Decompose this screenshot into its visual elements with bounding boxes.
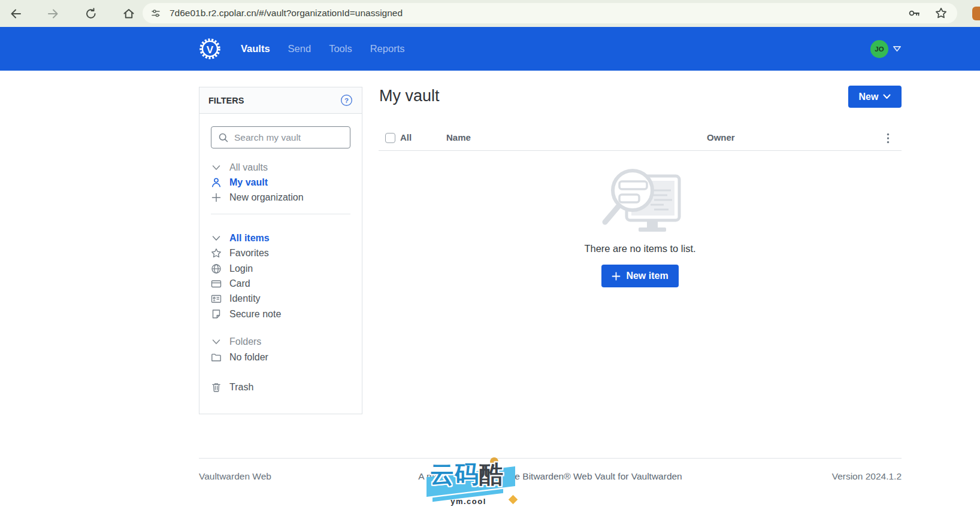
empty-state: There are no items to list. New item <box>379 163 902 287</box>
browser-toolbar: 7d6e01b.r2.cpolar.cn/#/vault?organizatio… <box>0 0 980 27</box>
bookmark-star-icon[interactable] <box>934 7 948 20</box>
id-card-icon <box>211 293 222 304</box>
watermark-band <box>432 489 503 502</box>
nav-tab-vaults[interactable]: Vaults <box>241 43 270 54</box>
chevron-down-icon <box>211 162 222 173</box>
sidebar-item-all-items[interactable]: All items <box>211 230 350 245</box>
footer: Vaultwarden Web A modified version of th… <box>199 471 902 483</box>
chevron-down-icon <box>883 94 891 99</box>
empty-search-illustration <box>595 163 685 236</box>
url-text: 7d6e01b.r2.cpolar.cn/#/vault?organizatio… <box>170 8 403 19</box>
star-icon <box>211 248 222 259</box>
new-item-button[interactable]: New item <box>601 265 678 287</box>
nav-tab-send[interactable]: Send <box>288 43 311 54</box>
plus-icon <box>211 192 222 203</box>
sidebar-item-card[interactable]: Card <box>211 276 350 291</box>
svg-text:V: V <box>207 44 214 56</box>
column-header-owner: Owner <box>707 132 735 142</box>
trash-icon <box>211 382 222 393</box>
footer-description: A modified version of the Bitwarden® Web… <box>418 471 682 482</box>
select-all-checkbox[interactable] <box>385 133 395 143</box>
chevron-down-icon <box>211 336 222 347</box>
help-icon[interactable]: ? <box>340 94 353 107</box>
divider <box>211 214 350 214</box>
filters-panel: FILTERS ? All vaults My vault New organi… <box>199 87 362 414</box>
url-bar[interactable]: 7d6e01b.r2.cpolar.cn/#/vault?organizatio… <box>143 3 957 23</box>
column-header-name: Name <box>446 132 471 142</box>
extension-icon[interactable] <box>972 7 980 20</box>
chevron-down-icon <box>211 233 222 244</box>
footer-divider <box>199 458 902 459</box>
sidebar-item-my-vault[interactable]: My vault <box>211 175 350 190</box>
empty-message: There are no items to list. <box>379 243 902 254</box>
nav-tab-reports[interactable]: Reports <box>370 43 405 54</box>
sidebar-item-new-organization[interactable]: New organization <box>211 190 350 205</box>
search-input[interactable] <box>234 132 343 143</box>
sidebar-item-all-vaults[interactable]: All vaults <box>211 160 350 175</box>
home-button[interactable] <box>122 7 136 21</box>
plus-icon <box>612 272 621 281</box>
vault-search[interactable] <box>211 126 350 148</box>
reload-button[interactable] <box>84 7 98 21</box>
back-button[interactable] <box>8 7 23 21</box>
new-button[interactable]: New <box>848 86 902 108</box>
nav-tab-tools[interactable]: Tools <box>329 43 352 54</box>
sidebar-item-favorites[interactable]: Favorites <box>211 246 350 261</box>
credit-card-icon <box>211 278 222 289</box>
svg-text:?: ? <box>344 97 349 104</box>
note-icon <box>211 309 222 320</box>
folder-icon <box>211 352 222 363</box>
forward-button[interactable] <box>46 7 61 21</box>
column-header-all: All <box>400 132 412 142</box>
sidebar-item-secure-note[interactable]: Secure note <box>211 307 350 321</box>
items-table-header: All Name Owner <box>379 126 902 151</box>
sidebar-item-identity[interactable]: Identity <box>211 292 350 307</box>
user-icon <box>211 177 222 188</box>
footer-version: Version 2024.1.2 <box>832 471 902 482</box>
sidebar-item-no-folder[interactable]: No folder <box>211 350 350 365</box>
vaultwarden-logo-icon[interactable]: V <box>199 38 221 60</box>
watermark-diamond <box>509 495 518 505</box>
site-settings-icon[interactable] <box>148 5 164 21</box>
sidebar-item-trash[interactable]: Trash <box>211 380 350 395</box>
chevron-down-icon <box>893 45 902 52</box>
watermark-dot <box>490 457 498 466</box>
page-title: My vault <box>379 87 440 105</box>
password-manager-key-icon[interactable] <box>907 6 921 20</box>
globe-icon <box>211 263 222 274</box>
footer-app-name: Vaultwarden Web <box>199 471 271 482</box>
sidebar-item-login[interactable]: Login <box>211 261 350 276</box>
app-navbar: V Vaults Send Tools Reports JO <box>0 27 980 71</box>
search-icon <box>218 132 229 143</box>
sidebar-item-folders[interactable]: Folders <box>211 335 350 350</box>
filters-title: FILTERS <box>208 96 244 105</box>
account-menu[interactable]: JO <box>870 27 902 71</box>
watermark-subtitle: ym.cool <box>427 497 510 506</box>
table-options-kebab-icon[interactable] <box>887 133 890 144</box>
avatar[interactable]: JO <box>870 40 888 58</box>
